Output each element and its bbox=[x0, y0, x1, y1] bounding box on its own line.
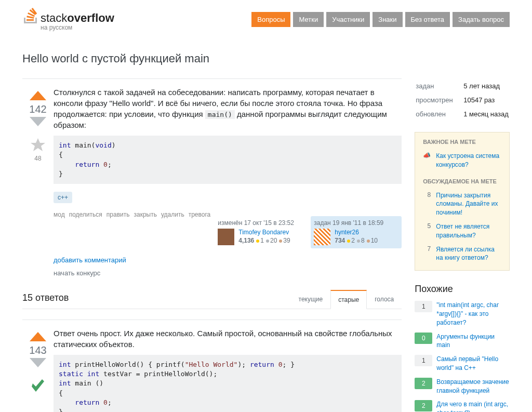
logo-area[interactable]: stackoverflow на русском bbox=[22, 8, 114, 31]
menu-mod[interactable]: мод bbox=[54, 211, 65, 218]
meta-featured-link[interactable]: Как устроена система конкурсов? bbox=[436, 152, 501, 169]
answer: 143 Ответ очень прост. Их даже несколько… bbox=[22, 320, 402, 412]
answer-score: 143 bbox=[22, 344, 54, 356]
related-module: Похожие 1"int main(int argc, char *argv[… bbox=[415, 284, 510, 412]
related-item: 0Аргументы функции main bbox=[415, 333, 510, 350]
related-item: 2Возвращаемое значение главной функцией bbox=[415, 378, 510, 395]
tab-active[interactable]: текущие bbox=[291, 290, 331, 309]
question: 142 48 Столкнулся с такой задачей на соб… bbox=[22, 78, 402, 277]
menu-edit[interactable]: править bbox=[107, 211, 130, 218]
accepted-checkmark-icon[interactable] bbox=[22, 377, 54, 397]
tab-votes[interactable]: голоса bbox=[367, 290, 402, 309]
meta-item: 5Ответ не является правильным? bbox=[415, 220, 509, 243]
meta-item-count: 5 bbox=[423, 222, 431, 240]
sort-tabs: текущие старые голоса bbox=[291, 290, 402, 309]
meta-item-link[interactable]: Причины закрытия сломаны. Давайте их поч… bbox=[436, 191, 501, 217]
add-comment-link[interactable]: добавить комментарий bbox=[54, 256, 402, 264]
meta-item: 7Является ли ссылка на книгу ответом? bbox=[415, 243, 509, 265]
stackoverflow-logo-icon bbox=[22, 8, 38, 25]
stackexchange-icon: 📣 bbox=[423, 152, 431, 169]
related-count: 1 bbox=[415, 301, 432, 312]
editor-name[interactable]: Timofey Bondarev bbox=[238, 229, 290, 236]
editor-signature: изменён 17 окт '15 в 23:52 Timofey Bonda… bbox=[215, 216, 305, 248]
meta-featured-head: ВАЖНОЕ НА МЕТЕ bbox=[415, 132, 509, 149]
favorite-count: 48 bbox=[22, 155, 54, 162]
nav-questions[interactable]: Вопросы bbox=[251, 12, 290, 27]
meta-hot-head: ОБСУЖДАЕМОЕ НА МЕТЕ bbox=[415, 172, 509, 189]
editor-avatar[interactable] bbox=[218, 229, 234, 245]
related-link[interactable]: Самый первый "Hello world" на C++ bbox=[436, 355, 510, 373]
nav-badges[interactable]: Знаки bbox=[373, 12, 402, 27]
meta-item-count: 8 bbox=[423, 191, 431, 217]
header: stackoverflow на русском Вопросы Метки У… bbox=[22, 8, 510, 31]
vote-column: 142 48 bbox=[22, 87, 54, 277]
tab-oldest[interactable]: старые bbox=[330, 290, 367, 309]
logo-subtitle: на русском bbox=[41, 24, 114, 31]
owner-signature: задан 19 янв '11 в 18:59 hynter26 734281… bbox=[311, 216, 402, 248]
answer-code-block: int printHelloWorld() { printf("Hello Wo… bbox=[54, 355, 402, 412]
question-text: Столкнулся с такой задачей на собеседова… bbox=[54, 87, 402, 130]
meta-item-link[interactable]: Ответ не является правильным? bbox=[436, 222, 501, 240]
answers-count: 15 ответов bbox=[22, 293, 69, 309]
menu-delete[interactable]: удалить bbox=[161, 211, 184, 218]
tags-list: c++ bbox=[54, 192, 402, 203]
upvote-icon[interactable] bbox=[29, 87, 47, 100]
menu-share[interactable]: поделиться bbox=[69, 211, 102, 218]
related-item: 1"int main(int argc, char *argv[]){}" - … bbox=[415, 301, 510, 327]
question-menu: модподелитьсяправитьзакрытьудалитьтревог… bbox=[54, 211, 215, 218]
menu-close[interactable]: закрыть bbox=[134, 211, 156, 218]
favorite-star-icon[interactable] bbox=[22, 137, 54, 153]
related-link[interactable]: Аргументы функции main bbox=[436, 333, 510, 350]
question-code-block: int main(void) { return 0; } bbox=[54, 136, 402, 184]
question-score: 142 bbox=[22, 103, 54, 115]
nav-tags[interactable]: Метки bbox=[293, 12, 324, 27]
answers-header: 15 ответов текущие старые голоса bbox=[22, 290, 402, 309]
question-title: Hello world с пустой функцией main bbox=[22, 52, 510, 65]
related-count: 2 bbox=[415, 378, 432, 389]
question-info: задан5 лет назад просмотрен10547 раз обн… bbox=[415, 78, 510, 122]
related-heading: Похожие bbox=[415, 284, 510, 295]
related-link[interactable]: Возвращаемое значение главной функцией bbox=[436, 378, 510, 395]
start-bounty-link[interactable]: начать конкурс bbox=[54, 269, 402, 277]
nav-unanswered[interactable]: Без ответа bbox=[405, 12, 450, 27]
downvote-icon[interactable] bbox=[29, 358, 47, 371]
meta-item: 8Причины закрытия сломаны. Давайте их по… bbox=[415, 189, 509, 220]
logo-text: stackoverflow bbox=[41, 11, 114, 25]
nav-ask[interactable]: Задать вопрос bbox=[453, 12, 510, 27]
upvote-icon[interactable] bbox=[29, 328, 47, 341]
meta-module: ВАЖНОЕ НА МЕТЕ 📣 Как устроена система ко… bbox=[415, 132, 510, 271]
downvote-icon[interactable] bbox=[29, 117, 47, 130]
owner-name[interactable]: hynter26 bbox=[335, 229, 378, 236]
owner-avatar[interactable] bbox=[314, 229, 330, 245]
related-link[interactable]: "int main(int argc, char *argv[]){}" - к… bbox=[436, 301, 510, 327]
nav: Вопросы Метки Участники Знаки Без ответа… bbox=[251, 12, 510, 27]
related-item: 1Самый первый "Hello world" на C++ bbox=[415, 355, 510, 373]
meta-item-link[interactable]: Является ли ссылка на книгу ответом? bbox=[436, 245, 501, 263]
meta-item-count: 7 bbox=[423, 245, 431, 263]
menu-flag[interactable]: тревога bbox=[189, 211, 211, 218]
related-count: 2 bbox=[415, 400, 432, 411]
related-item: 2Для чего в main (int argc, char *argv[]… bbox=[415, 400, 510, 412]
vote-column: 143 bbox=[22, 328, 54, 412]
editor-rep: 4,13612039 bbox=[238, 237, 290, 244]
related-count: 1 bbox=[415, 355, 432, 366]
related-link[interactable]: Для чего в main (int argc, char *argv[]) bbox=[436, 400, 510, 412]
related-count: 0 bbox=[415, 333, 432, 344]
answer-text-1: Ответ очень прост. Их даже несколько. Са… bbox=[54, 328, 402, 350]
tag-cpp[interactable]: c++ bbox=[54, 192, 72, 203]
owner-rep: 7342810 bbox=[335, 237, 378, 244]
nav-users[interactable]: Участники bbox=[326, 12, 370, 27]
